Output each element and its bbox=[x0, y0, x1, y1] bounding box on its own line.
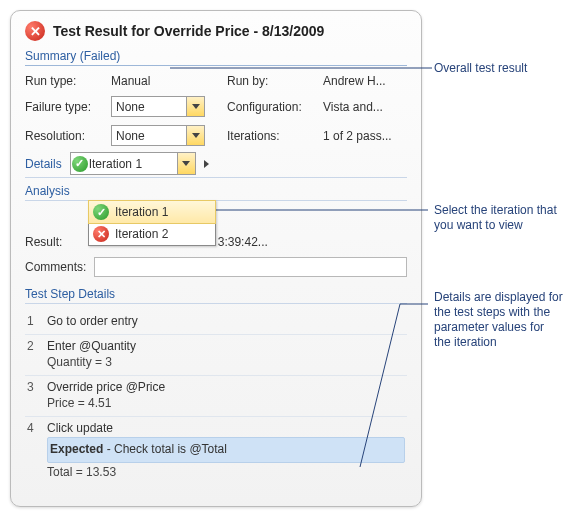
run-by-label: Run by: bbox=[227, 74, 317, 88]
iterations-label: Iterations: bbox=[227, 129, 317, 143]
divider bbox=[25, 177, 407, 178]
details-label: Details bbox=[25, 157, 62, 171]
failure-type-label: Failure type: bbox=[25, 100, 105, 114]
step-text: Enter @Quantity bbox=[47, 339, 136, 353]
step-text: Click update bbox=[47, 421, 113, 435]
expected-label: Expected bbox=[50, 442, 103, 456]
step-param: Total = 13.53 bbox=[47, 465, 405, 479]
callout-overall: Overall test result bbox=[434, 61, 564, 76]
iteration-option[interactable]: ✓ Iteration 1 bbox=[88, 200, 216, 224]
step-number: 3 bbox=[27, 380, 39, 394]
expected-text: - Check total is @Total bbox=[103, 442, 227, 456]
summary-grid: Run type: Manual Run by: Andrew H... Fai… bbox=[25, 74, 407, 146]
details-row: Details ✓ Iteration 1 bbox=[25, 152, 407, 175]
resolution-label: Resolution: bbox=[25, 129, 105, 143]
divider bbox=[25, 65, 407, 66]
iteration-option-label: Iteration 1 bbox=[115, 205, 168, 219]
divider bbox=[25, 303, 407, 304]
step-number: 4 bbox=[27, 421, 39, 435]
summary-heading: Summary (Failed) bbox=[25, 49, 407, 63]
resolution-combo-value: None bbox=[112, 129, 186, 143]
iteration-dropdown[interactable]: ✓ Iteration 1 ✕ Iteration 2 bbox=[88, 200, 216, 246]
callout-iteration: Select the iteration that you want to vi… bbox=[434, 203, 564, 233]
divider bbox=[25, 200, 407, 201]
comments-row: Comments: bbox=[25, 257, 407, 277]
error-icon: ✕ bbox=[25, 21, 45, 41]
step-param: Quantity = 3 bbox=[47, 355, 405, 369]
panel-title: Test Result for Override Price - 8/13/20… bbox=[53, 23, 324, 39]
run-by-value: Andrew H... bbox=[323, 74, 413, 88]
run-type-label: Run type: bbox=[25, 74, 105, 88]
panel-title-row: ✕ Test Result for Override Price - 8/13/… bbox=[25, 21, 407, 41]
analysis-heading: Analysis bbox=[25, 184, 407, 198]
chevron-down-icon[interactable] bbox=[186, 97, 204, 116]
iteration-option-label: Iteration 2 bbox=[115, 227, 168, 241]
resolution-combo[interactable]: None bbox=[111, 125, 205, 146]
comments-label: Comments: bbox=[25, 260, 86, 274]
pass-icon: ✓ bbox=[93, 204, 109, 220]
configuration-value: Vista and... bbox=[323, 100, 413, 114]
step-text: Go to order entry bbox=[47, 314, 138, 328]
step-row: 4 Click update Expected - Check total is… bbox=[25, 417, 407, 485]
pass-icon: ✓ bbox=[71, 156, 89, 172]
analysis-row: Result: Date started: 8/13/09 3:39:42... bbox=[25, 235, 407, 249]
iteration-option[interactable]: ✕ Iteration 2 bbox=[89, 223, 215, 245]
chevron-down-icon[interactable] bbox=[177, 153, 195, 174]
step-param: Price = 4.51 bbox=[47, 396, 405, 410]
step-text: Override price @Price bbox=[47, 380, 165, 394]
iteration-combo[interactable]: ✓ Iteration 1 bbox=[70, 152, 196, 175]
step-row: 2 Enter @Quantity Quantity = 3 bbox=[25, 335, 407, 376]
iterations-value: 1 of 2 pass... bbox=[323, 129, 413, 143]
failure-type-combo-value: None bbox=[112, 100, 186, 114]
step-row: 1 Go to order entry bbox=[25, 310, 407, 335]
run-type-value: Manual bbox=[111, 74, 221, 88]
step-number: 2 bbox=[27, 339, 39, 353]
iteration-combo-value: Iteration 1 bbox=[89, 157, 177, 171]
callout-details: Details are displayed for the test steps… bbox=[434, 290, 564, 350]
comments-input[interactable] bbox=[94, 257, 407, 277]
steps-list: 1 Go to order entry 2 Enter @Quantity Qu… bbox=[25, 310, 407, 485]
chevron-right-icon[interactable] bbox=[204, 160, 209, 168]
expected-row: Expected - Check total is @Total bbox=[47, 437, 405, 463]
fail-icon: ✕ bbox=[93, 226, 109, 242]
result-label: Result: bbox=[25, 235, 62, 249]
test-step-details-heading: Test Step Details bbox=[25, 287, 407, 301]
failure-type-combo[interactable]: None bbox=[111, 96, 205, 117]
step-row: 3 Override price @Price Price = 4.51 bbox=[25, 376, 407, 417]
chevron-down-icon[interactable] bbox=[186, 126, 204, 145]
test-result-panel: ✕ Test Result for Override Price - 8/13/… bbox=[10, 10, 422, 507]
configuration-label: Configuration: bbox=[227, 100, 317, 114]
step-number: 1 bbox=[27, 314, 39, 328]
